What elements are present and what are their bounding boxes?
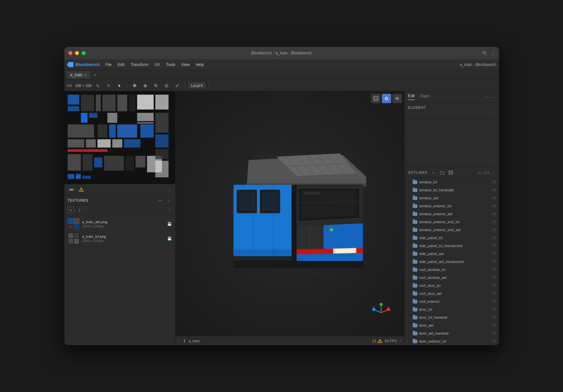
rotate-icon[interactable]: ↻ — [152, 81, 160, 90]
folder-icon — [413, 228, 417, 232]
tab-add-button[interactable]: + — [92, 72, 98, 78]
outliner-item-window-tcl-handrails[interactable]: › window_tcl_handrails — [405, 186, 499, 194]
texture-item-ael[interactable]: a_train_ael.png 1344 x 1344px 💾 — [64, 217, 175, 231]
element-dots-icon[interactable]: ⋮ — [491, 111, 496, 116]
tab-paint[interactable]: Paint — [420, 94, 429, 100]
outliner-eye-icon[interactable] — [492, 204, 496, 208]
outliner-eye-icon[interactable] — [492, 188, 496, 192]
outliner-item-side-panel-tcl-translucent[interactable]: › side_panel_tcl_translucent — [405, 242, 499, 250]
tool-more-icon[interactable]: ⋮ — [167, 187, 172, 192]
outliner-eye-icon[interactable] — [492, 331, 496, 335]
tab-close-button[interactable]: ✕ — [84, 73, 87, 77]
outliner-eye-icon[interactable] — [492, 307, 496, 311]
left-tool-icons: ⋮ — [64, 184, 175, 195]
menu-file[interactable]: File — [103, 61, 114, 68]
move-icon[interactable]: ⊕ — [141, 81, 150, 90]
outliner-more-icon[interactable]: ⋮ — [491, 170, 496, 175]
viewport-canvas[interactable]: X Y Z — [176, 91, 404, 336]
tab-a-train[interactable]: a_train ✕ — [67, 71, 91, 79]
texture-item-tcl[interactable]: a_train_tcl.png 1344 x 1344px 💾 — [64, 231, 175, 246]
maximize-button[interactable] — [82, 51, 86, 55]
status-next-button[interactable]: › — [400, 339, 401, 343]
outliner-item-window-exterior-tcl[interactable]: › window_exterior_tcl — [405, 202, 499, 210]
outliner-eye-icon[interactable] — [492, 236, 496, 240]
outliner-item-roof-exterior[interactable]: › roof_exterior — [405, 297, 499, 305]
textures-more-icon[interactable]: ⋮ — [167, 207, 172, 213]
outliner-item-door-tcl-handrail[interactable]: › door_tcl_handrail — [405, 313, 499, 321]
outliner-eye-icon[interactable] — [492, 228, 496, 232]
link-tool-icon[interactable] — [68, 186, 75, 193]
outliner-eye-icon[interactable] — [492, 323, 496, 327]
outliner-item-door-ael-handrail[interactable]: › door_ael_handrail — [405, 329, 499, 337]
list-view-button[interactable] — [392, 94, 402, 103]
outliner-item-side-panel-tcl[interactable]: › side_panel_tcl — [405, 234, 499, 242]
menu-help[interactable]: Help — [193, 61, 207, 68]
outliner-eye-icon[interactable] — [492, 299, 496, 303]
cursor-icon[interactable]: ✥ — [130, 81, 139, 90]
outliner-eye-icon[interactable] — [492, 268, 496, 272]
equals-icon[interactable]: = — [104, 81, 113, 90]
outliner-eye-icon[interactable] — [492, 284, 496, 288]
tabbar: a_train ✕ + — [64, 70, 499, 80]
frame-icon[interactable]: ⤢ — [173, 81, 181, 90]
textures-chevron-icon[interactable]: ⌄ — [165, 197, 172, 204]
menu-edit[interactable]: Edit — [115, 61, 127, 68]
dots-menu-icon[interactable]: ⋮ — [491, 51, 495, 55]
outliner-item-side-panel-ael-translucent[interactable]: › side_panel_ael_translucent — [405, 258, 499, 266]
outliner-item-roof-door-tcl[interactable]: › roof_door_tcl — [405, 282, 499, 290]
window-controls[interactable] — [68, 51, 86, 55]
uv-canvas[interactable] — [64, 91, 175, 184]
close-button[interactable] — [68, 51, 72, 55]
outliner-item-roof-window-tcl[interactable]: › roof_window_tcl — [405, 266, 499, 274]
import-texture-button[interactable]: ⤓ — [76, 207, 83, 213]
outliner-item-roof-door-ael[interactable]: › roof_door_ael — [405, 290, 499, 297]
tab-edit[interactable]: Edit — [408, 94, 415, 100]
3d-gizmo[interactable]: X Y Z — [371, 303, 391, 323]
sun-view-button[interactable] — [382, 94, 391, 103]
outliner-eye-icon[interactable] — [492, 212, 496, 216]
menu-tools[interactable]: Tools — [163, 61, 178, 68]
outliner-item-door-tcl[interactable]: › door_tcl — [405, 305, 499, 313]
outliner-eye-icon[interactable] — [492, 252, 496, 256]
plugin-icon[interactable]: 🔌 — [482, 51, 487, 55]
alert-tool-icon[interactable] — [78, 186, 85, 193]
texture-save-ael[interactable]: 💾 — [167, 222, 172, 226]
outliner-item-side-panel-ael[interactable]: › side_panel_ael — [405, 250, 499, 258]
outliner-folder-button[interactable] — [439, 169, 446, 176]
element-controls: ⋮ — [408, 111, 496, 116]
outliner-eye-icon[interactable] — [492, 315, 496, 319]
texture-save-tcl[interactable]: 💾 — [167, 236, 172, 241]
image-view-button[interactable] — [371, 94, 381, 103]
outliner-item-window-tcl[interactable]: › window_tcl — [405, 178, 499, 186]
local-dropdown[interactable]: Local ▾ — [188, 82, 205, 89]
fit-icon[interactable]: ⤡ — [94, 81, 102, 90]
add-texture-button[interactable]: + — [68, 207, 74, 213]
minimize-button[interactable] — [75, 51, 79, 55]
outliner-item-roof-window-ael[interactable]: › roof_window_ael — [405, 274, 499, 282]
outliner-item-door-exterior-tcl[interactable]: › door_exterior_tcl — [405, 337, 499, 345]
outliner-item-door-ael[interactable]: › door_ael — [405, 321, 499, 329]
outliner-save-button[interactable] — [448, 169, 454, 176]
app-name: Blockbench — [76, 62, 100, 67]
outliner-eye-icon[interactable] — [492, 180, 496, 184]
outliner-item-window-exterior-ael[interactable]: › window_exterior_ael — [405, 210, 499, 218]
right-tab-chevron-icon[interactable]: ⌄ — [492, 95, 496, 99]
outliner-eye-icon[interactable] — [492, 339, 496, 343]
outliner-eye-icon[interactable] — [492, 276, 496, 280]
outliner-eye-icon[interactable] — [492, 244, 496, 248]
outliner-eye-icon[interactable] — [492, 292, 496, 295]
right-tab-minimize-icon[interactable]: — — [486, 95, 490, 99]
outliner-eye-icon[interactable] — [492, 196, 496, 200]
menu-uv[interactable]: UV — [152, 61, 163, 68]
outliner-item-window-exterior-end-tcl[interactable]: › window_exterior_end_tcl — [405, 218, 499, 226]
menu-view[interactable]: View — [178, 61, 192, 68]
menu-transform[interactable]: Transform — [128, 61, 151, 68]
outliner-eye-icon[interactable] — [492, 220, 496, 224]
outliner-add-button[interactable]: + — [430, 169, 437, 176]
outliner-item-window-ael[interactable]: › window_ael — [405, 194, 499, 202]
outliner-item-window-exterior-end-ael[interactable]: › window_exterior_end_ael — [405, 226, 499, 234]
outliner-eye-icon[interactable] — [492, 260, 496, 264]
status-prev-button[interactable]: ‹ — [179, 339, 180, 343]
target-icon[interactable]: ⊙ — [162, 81, 171, 90]
resize-icon[interactable]: ▾ — [115, 81, 123, 90]
